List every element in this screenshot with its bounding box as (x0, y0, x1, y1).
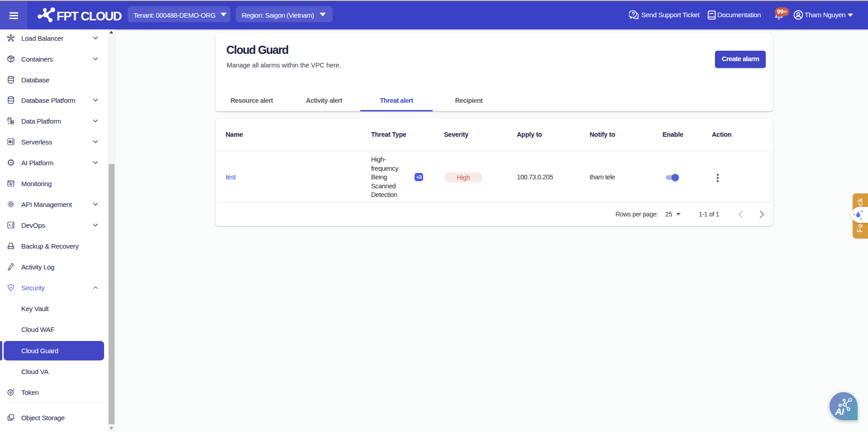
svg-text:AI: AI (10, 161, 12, 164)
svg-text:AI: AI (835, 406, 844, 417)
